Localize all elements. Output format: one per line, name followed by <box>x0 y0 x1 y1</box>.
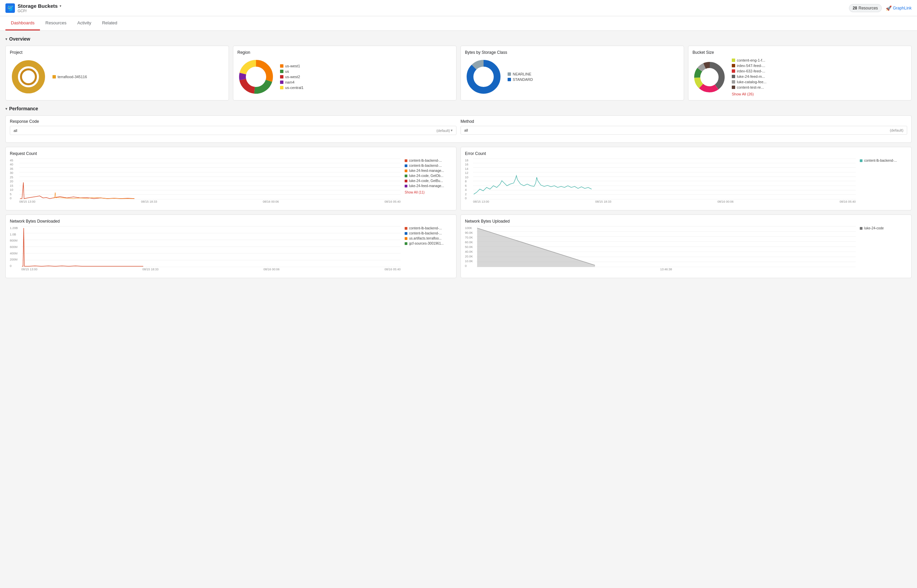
ec-dot-0 <box>860 159 862 162</box>
legend-item-terraflood: terraflood-345116 <box>52 75 87 79</box>
svg-point-1 <box>21 69 36 84</box>
legend-label-irdev-632: irdev-632-feed-... <box>737 69 765 73</box>
legend-item-irdev-547: irdev-547-feed-... <box>732 64 766 68</box>
overview-toggle-icon[interactable]: ▾ <box>5 37 7 41</box>
rc-label-1: content-lb-backend-... <box>409 164 442 168</box>
region-donut-container: us-west1 us us-west2 nam4 <box>237 58 452 95</box>
overview-section-header: ▾ Overview <box>5 36 912 42</box>
ec-legend-0: content-lb-backend-... <box>860 159 907 162</box>
resources-count: 28 <box>853 6 857 10</box>
resources-badge[interactable]: 28 Resources <box>849 4 882 12</box>
project-card-title: Project <box>10 50 225 55</box>
legend-item-luke-catalog: luke-catalog-fee... <box>732 80 766 84</box>
request-count-chart: 45 40 35 30 25 20 15 10 5 0 <box>10 159 400 206</box>
nbu-svg <box>476 226 856 267</box>
request-count-plot: 08/15 13:00 08/15 18:33 08/16 00:06 08/1… <box>19 159 400 206</box>
error-count-svg-area: 18 16 14 12 10 8 6 4 2 0 <box>465 159 856 206</box>
x-label-1: 08/15 13:00 <box>19 200 36 204</box>
tab-resources[interactable]: Resources <box>40 16 72 31</box>
method-label: Method <box>460 119 907 124</box>
legend-label-nam4: nam4 <box>285 80 295 84</box>
performance-section-header: ▾ Performance <box>5 106 912 111</box>
rc-legend-5: luke-24-feed-manage... <box>405 184 452 188</box>
rc-legend-4: luke-24-code, GetBu... <box>405 179 452 183</box>
tab-dashboards[interactable]: Dashboards <box>5 16 40 31</box>
nbu-legend-0: luke-24-code <box>860 226 907 230</box>
nbd-dot-0 <box>405 227 407 230</box>
bucket-size-legend: content-eng-1-f... irdev-547-feed-... ir… <box>732 58 766 96</box>
bytes-donut-chart <box>465 58 502 95</box>
rc-legend-1: content-lb-backend-... <box>405 164 452 168</box>
rc-dot-1 <box>405 165 407 167</box>
title-chevron-icon[interactable]: ▾ <box>60 4 61 8</box>
legend-item-standard: STANDARD <box>508 78 533 82</box>
graphlink-icon: 🚀 <box>886 5 892 11</box>
bucket-size-show-all[interactable]: Show All (26) <box>732 92 766 96</box>
legend-item-nearline: NEARLINE <box>508 72 533 76</box>
y-label-40: 40 <box>10 163 19 166</box>
response-code-input[interactable]: all (default) ▾ <box>10 126 457 135</box>
y-label-0: 0 <box>10 197 19 200</box>
app-title: Storage Buckets <box>18 3 58 9</box>
nbd-plot: 08/15 13:00 08/15 18:33 08/16 00:06 08/1… <box>21 226 400 274</box>
nbd-label-3: gcf-sources-3001961... <box>409 242 444 245</box>
response-code-default: (default) ▾ <box>436 128 453 132</box>
header-right: 28 Resources 🚀 GraphLink <box>849 4 912 12</box>
legend-dot-luke-24-feed <box>732 75 735 78</box>
error-count-chart: 18 16 14 12 10 8 6 4 2 0 <box>465 159 856 206</box>
graphlink-label: GraphLink <box>893 6 912 10</box>
legend-item-nam4: nam4 <box>280 80 303 84</box>
rc-dot-4 <box>405 180 407 183</box>
svg-point-0 <box>15 63 42 90</box>
legend-item-uswest2: us-west2 <box>280 75 303 79</box>
error-count-title: Error Count <box>465 151 907 156</box>
method-input[interactable]: all (default) <box>460 126 907 135</box>
request-count-legend: content-lb-backend-... content-lb-backen… <box>405 159 452 206</box>
request-count-card: Request Count 45 40 35 30 25 20 15 10 <box>5 147 457 210</box>
error-count-chart-area: 18 16 14 12 10 8 6 4 2 0 <box>465 159 907 206</box>
rc-label-4: luke-24-code, GetBu... <box>409 179 443 183</box>
main-content: ▾ Overview Project terraflood-345116 <box>0 31 917 288</box>
rc-dot-3 <box>405 174 407 177</box>
legend-dot-irdev-632 <box>732 69 735 73</box>
filter-row: Response Code all (default) ▾ Method all… <box>10 119 907 135</box>
overview-cards: Project terraflood-345116 Region <box>5 46 912 100</box>
error-count-plot: 08/15 13:00 08/15 18:33 08/16 00:06 08/1… <box>473 159 856 206</box>
legend-item-content-test: content-test-re... <box>732 85 766 89</box>
request-count-show-all[interactable]: Show All (11) <box>405 191 452 194</box>
tab-activity[interactable]: Activity <box>72 16 97 31</box>
nbd-label-2: us.artifacts.terrafloo... <box>409 236 442 240</box>
performance-filters: Response Code all (default) ▾ Method all… <box>5 115 912 143</box>
nbd-legend-0: content-lb-backend-... <box>405 226 452 230</box>
performance-title: Performance <box>9 106 38 111</box>
legend-label-us: us <box>285 69 289 73</box>
app-header: 🪣 Storage Buckets ▾ GCP/ 28 Resources 🚀 … <box>0 0 917 16</box>
legend-label-luke-24-feed: luke-24-feed-m... <box>737 74 765 79</box>
y-label-10: 10 <box>10 188 19 192</box>
nbd-chart: 1.20B 1.0B 800M 600M 400M 200M 0 <box>10 226 400 274</box>
ec-label-0: content-lb-backend-... <box>864 159 897 162</box>
nbd-y-labels: 1.20B 1.0B 800M 600M 400M 200M 0 <box>10 226 21 274</box>
svg-point-8 <box>470 63 497 90</box>
project-card: Project terraflood-345116 <box>5 46 229 100</box>
legend-label-uswest2: us-west2 <box>285 75 300 79</box>
tab-related[interactable]: Related <box>97 16 123 31</box>
y-label-5: 5 <box>10 192 19 196</box>
legend-dot-content-eng <box>732 58 735 62</box>
request-count-y-labels: 45 40 35 30 25 20 15 10 5 0 <box>10 159 19 206</box>
nbu-dot-0 <box>860 227 862 230</box>
legend-dot-nam4 <box>280 81 284 84</box>
legend-dot-content-test <box>732 86 735 89</box>
legend-label-irdev-547: irdev-547-feed-... <box>737 64 765 68</box>
rc-dot-2 <box>405 170 407 172</box>
legend-label-standard: STANDARD <box>513 78 533 82</box>
performance-toggle-icon[interactable]: ▾ <box>5 107 7 111</box>
graphlink-button[interactable]: 🚀 GraphLink <box>886 5 912 11</box>
project-donut-container: terraflood-345116 <box>10 58 225 95</box>
nbd-dot-1 <box>405 232 407 235</box>
network-bytes-downloaded-card: Network Bytes Downloaded 1.20B 1.0B 800M… <box>5 215 457 278</box>
rc-label-5: luke-24-feed-manage... <box>409 184 444 188</box>
nbd-legend-2: us.artifacts.terrafloo... <box>405 236 452 240</box>
method-value: all <box>464 128 468 132</box>
nbu-label-0: luke-24-code <box>864 226 884 230</box>
